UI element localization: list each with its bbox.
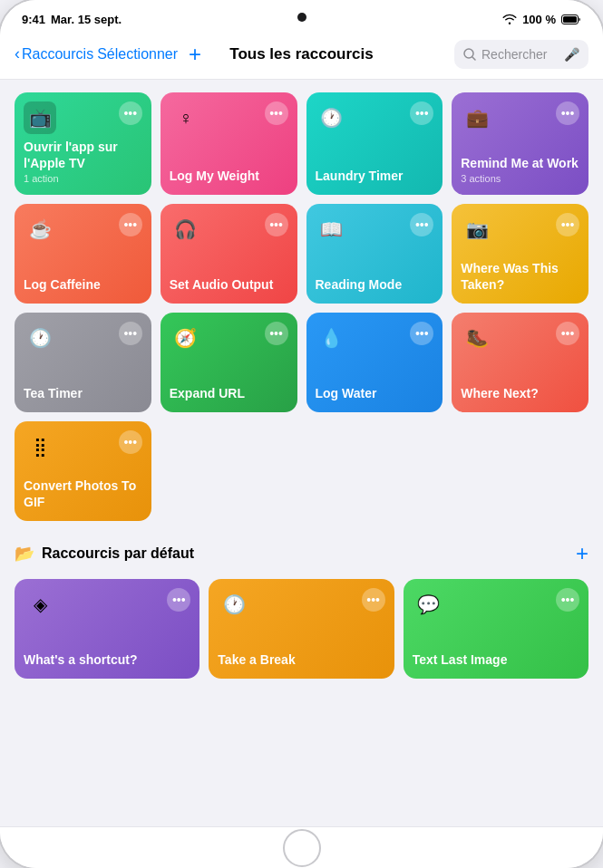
main-content: 📺 ••• Ouvrir l'app sur l'Apple TV 1 acti… xyxy=(0,80,603,826)
shortcut-tile[interactable]: 📖 ••• Reading Mode xyxy=(306,204,443,304)
tile-bottom: Log My Weight xyxy=(170,163,288,185)
battery-icon xyxy=(561,14,581,24)
tile-label: Log My Weight xyxy=(170,169,288,185)
shortcut-tile[interactable]: 🧭 ••• Expand URL xyxy=(160,313,297,412)
select-button[interactable]: Sélectionner xyxy=(97,46,178,63)
tile-label: Text Last Image xyxy=(413,652,579,669)
shortcut-tile[interactable]: 💧 ••• Log Water xyxy=(306,313,443,412)
tile-more-button[interactable]: ••• xyxy=(265,213,288,236)
tile-more-button[interactable]: ••• xyxy=(410,213,433,236)
tile-top: 📖 ••• xyxy=(316,213,434,246)
home-bar xyxy=(0,826,603,868)
tile-more-button[interactable]: ••• xyxy=(556,213,579,236)
tile-label: Laundry Timer xyxy=(316,169,434,185)
nav-bar: ‹ Raccourcis Sélectionner + Tous les rac… xyxy=(0,33,603,80)
tile-icon: 🧭 xyxy=(170,322,202,354)
shortcut-tile[interactable]: 🎧 ••• Set Audio Output xyxy=(160,204,297,304)
tile-sub: 1 action xyxy=(24,173,142,184)
tile-more-button[interactable]: ••• xyxy=(119,430,142,454)
tile-more-button[interactable]: ••• xyxy=(410,101,433,125)
default-section-title: Raccourcis par défaut xyxy=(42,545,194,562)
tile-top: ⣿ ••• xyxy=(24,430,142,463)
tile-top: 📷 ••• xyxy=(461,213,579,246)
search-icon xyxy=(463,48,476,61)
shortcut-tile[interactable]: 💼 ••• Remind Me at Work 3 actions xyxy=(452,92,588,195)
tile-label: Expand URL xyxy=(170,386,288,402)
default-shortcut-tile[interactable]: ◈ ••• What's a shortcut? xyxy=(15,579,199,679)
tile-label: Take a Break xyxy=(218,652,384,669)
tile-bottom: Laundry Timer xyxy=(316,163,434,185)
tile-icon: ☕ xyxy=(24,213,56,246)
tile-more-button[interactable]: ••• xyxy=(119,213,142,236)
tile-label: What's a shortcut? xyxy=(24,652,190,669)
status-time: 9:41 xyxy=(22,13,45,26)
shortcut-tile[interactable]: 🥾 ••• Where Next? xyxy=(452,313,588,412)
tile-more-button[interactable]: ••• xyxy=(410,322,433,345)
tile-top: 🧭 ••• xyxy=(170,322,288,354)
tile-top: ◈ ••• xyxy=(24,588,190,621)
tile-top: 💼 ••• xyxy=(461,101,579,134)
tile-icon: 🕐 xyxy=(316,101,348,134)
default-section-add-button[interactable]: + xyxy=(576,541,588,566)
tile-top: 🕐 ••• xyxy=(24,322,142,354)
shortcut-tile[interactable]: ♀ ••• Log My Weight xyxy=(160,92,297,195)
tile-icon: ⣿ xyxy=(24,430,56,463)
tile-label: Reading Mode xyxy=(316,277,434,294)
tile-top: ♀ ••• xyxy=(170,101,288,134)
tile-more-button[interactable]: ••• xyxy=(362,588,385,612)
tile-more-button[interactable]: ••• xyxy=(556,588,579,612)
shortcut-tile[interactable]: 📷 ••• Where Was This Taken? xyxy=(452,204,588,304)
shortcut-tile[interactable]: ⣿ ••• Convert Photos To GIF xyxy=(15,421,151,521)
svg-rect-1 xyxy=(563,16,577,23)
tile-label: Where Was This Taken? xyxy=(461,261,579,293)
tile-more-button[interactable]: ••• xyxy=(167,588,190,612)
back-chevron-icon: ‹ xyxy=(15,44,20,63)
tile-icon: 🕐 xyxy=(218,588,250,621)
tile-top: 🕐 ••• xyxy=(218,588,384,621)
tile-icon: 🕐 xyxy=(24,322,56,354)
default-shortcut-tile[interactable]: 🕐 ••• Take a Break xyxy=(209,579,394,679)
tile-more-button[interactable]: ••• xyxy=(265,101,288,125)
folder-icon: 📂 xyxy=(15,544,34,564)
tile-icon: 🥾 xyxy=(461,322,493,354)
home-button[interactable] xyxy=(283,829,321,867)
shortcut-tile[interactable]: 🕐 ••• Laundry Timer xyxy=(306,92,443,195)
nav-left: ‹ Raccourcis Sélectionner + xyxy=(15,42,201,67)
back-button[interactable]: Raccourcis xyxy=(22,46,93,63)
tile-more-button[interactable]: ••• xyxy=(119,101,142,125)
nav-title: Tous les raccourcis xyxy=(229,45,373,63)
tile-icon: 💼 xyxy=(461,101,493,134)
default-section-header: 📂 Raccourcis par défaut + xyxy=(15,539,588,568)
tile-sub: 3 actions xyxy=(461,173,579,184)
tile-top: ☕ ••• xyxy=(24,213,142,246)
tile-more-button[interactable]: ••• xyxy=(556,322,579,345)
status-date: Mar. 15 sept. xyxy=(51,13,122,26)
tile-label: Convert Photos To GIF xyxy=(24,478,142,510)
tile-icon: 🎧 xyxy=(170,213,202,246)
section-header-left: 📂 Raccourcis par défaut xyxy=(15,544,194,564)
shortcut-tile[interactable]: 🕐 ••• Tea Timer xyxy=(15,313,151,412)
shortcut-tile[interactable]: 📺 ••• Ouvrir l'app sur l'Apple TV 1 acti… xyxy=(15,92,151,195)
tile-label: Remind Me at Work xyxy=(461,156,579,172)
tile-bottom: Where Next? xyxy=(461,381,579,402)
tile-bottom: Tea Timer xyxy=(24,381,142,402)
tile-icon: 💬 xyxy=(413,588,445,621)
default-shortcuts-grid: ◈ ••• What's a shortcut? 🕐 ••• Take a Br… xyxy=(15,579,588,679)
tile-bottom: Convert Photos To GIF xyxy=(24,473,142,510)
status-battery: 100 % xyxy=(522,13,556,26)
mic-icon: 🎤 xyxy=(564,47,579,62)
tile-more-button[interactable]: ••• xyxy=(556,101,579,125)
nav-right: Rechercher 🎤 xyxy=(454,40,588,69)
search-bar[interactable]: Rechercher 🎤 xyxy=(454,40,588,69)
add-shortcut-button[interactable]: + xyxy=(189,42,201,67)
tile-icon: ♀ xyxy=(170,101,202,134)
wifi-icon xyxy=(502,14,517,24)
default-shortcut-tile[interactable]: 💬 ••• Text Last Image xyxy=(404,579,588,679)
tile-label: Log Caffeine xyxy=(24,277,142,294)
tile-more-button[interactable]: ••• xyxy=(265,322,288,345)
status-left: 9:41 Mar. 15 sept. xyxy=(22,13,122,26)
shortcut-tile[interactable]: ☕ ••• Log Caffeine xyxy=(15,204,151,304)
tile-bottom: Log Water xyxy=(316,381,434,402)
tile-label: Log Water xyxy=(316,386,434,402)
tile-more-button[interactable]: ••• xyxy=(119,322,142,345)
